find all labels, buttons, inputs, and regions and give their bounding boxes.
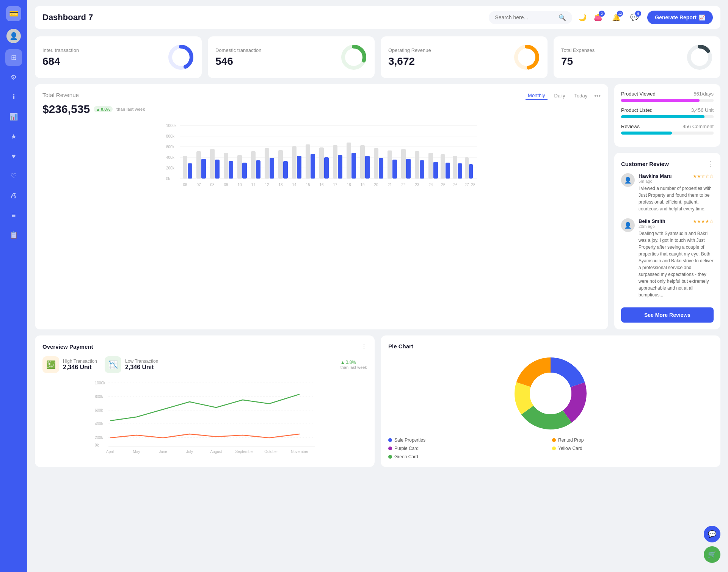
progress-bar-0 — [621, 99, 714, 102]
pie-content: Sale Properties Rented Prop Purple Card … — [388, 356, 713, 459]
pie-chart-svg — [513, 356, 588, 431]
svg-rect-60 — [453, 156, 457, 179]
svg-text:20: 20 — [374, 183, 378, 187]
svg-text:23: 23 — [415, 183, 419, 187]
svg-rect-40 — [319, 147, 324, 179]
reviews-more-icon[interactable]: ⋮ — [707, 160, 714, 168]
svg-rect-57 — [433, 162, 438, 179]
svg-text:June: June — [159, 450, 167, 454]
revenue-card: Total Revenue Monthly Daily Today ••• $2… — [35, 84, 608, 329]
stat-label-1: Domestic transaction — [215, 47, 261, 53]
legend-dot-4 — [388, 455, 392, 459]
chat-icon-btn[interactable]: 💬 5 — [628, 11, 641, 24]
pie-chart-card: Pie Chart — [381, 335, 720, 467]
svg-text:25: 25 — [441, 183, 446, 187]
svg-rect-28 — [237, 155, 242, 179]
svg-rect-21 — [188, 163, 192, 179]
sidebar-logo[interactable]: 💳 — [6, 6, 21, 21]
progress-fill-1 — [621, 115, 704, 118]
wallet-badge: 2 — [599, 11, 605, 17]
dark-mode-icon[interactable]: 🌙 — [578, 13, 587, 22]
stat-label-0: Inter. transaction — [42, 47, 79, 53]
tab-daily[interactable]: Daily — [552, 92, 568, 99]
tab-monthly[interactable]: Monthly — [526, 92, 548, 100]
tab-today[interactable]: Today — [572, 92, 590, 99]
reviews-title: Customer Review — [621, 161, 669, 167]
review-avatar-0: 👤 — [621, 173, 635, 187]
legend-dot-0 — [388, 438, 392, 442]
svg-rect-51 — [392, 160, 397, 179]
svg-rect-63 — [469, 164, 473, 179]
svg-rect-31 — [256, 160, 260, 179]
svg-text:28: 28 — [471, 183, 475, 187]
payment-stats: 💹 High Transaction 2,346 Unit 📉 Low Tran… — [42, 356, 367, 373]
bell-badge: 12 — [617, 11, 623, 17]
stat-row-reviews: Reviews 456 Comment — [621, 124, 714, 135]
avatar[interactable]: 👤 — [6, 29, 21, 43]
svg-text:600k: 600k — [95, 408, 104, 412]
see-more-reviews-button[interactable]: See More Reviews — [621, 307, 714, 323]
svg-text:18: 18 — [347, 183, 351, 187]
sidebar-item-menu[interactable]: ≡ — [5, 207, 22, 224]
svg-rect-32 — [265, 148, 269, 179]
payment-pct: ▲ 0.8% — [340, 360, 367, 365]
stat-card-domestic-transaction: Domestic transaction 546 — [208, 36, 375, 78]
svg-text:14: 14 — [292, 183, 297, 187]
content-grid: Total Revenue Monthly Daily Today ••• $2… — [35, 84, 720, 329]
sidebar-item-report[interactable]: 📋 — [5, 227, 22, 243]
svg-text:06: 06 — [183, 183, 187, 187]
sidebar-item-dashboard[interactable]: ⊞ — [5, 49, 22, 66]
donut-chart-1 — [340, 44, 367, 71]
search-icon: 🔍 — [559, 14, 566, 21]
low-transaction-box: 📉 Low Transaction 2,346 Unit — [105, 356, 158, 373]
search-input[interactable] — [495, 14, 555, 20]
stat-card-inter-transaction: Inter. transaction 684 — [35, 36, 202, 78]
progress-fill-0 — [621, 99, 700, 102]
legend-item-4: Green Card — [388, 454, 549, 459]
svg-text:21: 21 — [388, 183, 392, 187]
header-icons: 🌙 👛 2 🔔 12 💬 5 — [578, 11, 641, 24]
sidebar-item-heart2[interactable]: ♡ — [5, 168, 22, 184]
svg-text:13: 13 — [278, 183, 283, 187]
svg-rect-43 — [338, 155, 342, 179]
revenue-label: Total Revenue — [42, 92, 79, 98]
generate-report-button[interactable]: Generate Report 📈 — [647, 11, 713, 24]
bottom-grid: Overview Payment ⋮ 💹 High Transaction 2,… — [35, 335, 720, 467]
high-transaction-icon: 💹 — [42, 356, 59, 373]
stat-card-total-expenses: Total Expenses 75 — [554, 36, 720, 78]
svg-rect-47 — [365, 156, 370, 179]
svg-text:10: 10 — [237, 183, 242, 187]
sidebar-item-heart[interactable]: ♥ — [5, 148, 22, 165]
sidebar-item-analytics[interactable]: 📊 — [5, 108, 22, 125]
svg-rect-42 — [333, 145, 337, 179]
sidebar-item-print[interactable]: 🖨 — [5, 187, 22, 204]
svg-rect-41 — [324, 157, 329, 179]
svg-rect-20 — [183, 156, 187, 179]
svg-rect-50 — [388, 150, 392, 179]
search-box[interactable]: 🔍 — [489, 11, 572, 24]
wallet-icon-btn[interactable]: 👛 2 — [591, 11, 605, 24]
more-options-icon[interactable]: ••• — [594, 92, 601, 99]
donut-chart-0 — [168, 44, 194, 71]
sidebar-item-settings[interactable]: ⚙ — [5, 69, 22, 86]
svg-rect-26 — [224, 153, 228, 179]
sidebar-item-favorites[interactable]: ★ — [5, 128, 22, 145]
header: Dashboard 7 🔍 🌙 👛 2 🔔 12 💬 5 Generate Re… — [35, 6, 720, 29]
floating-cart-button[interactable]: 🛒 — [704, 546, 720, 563]
svg-text:26: 26 — [453, 183, 458, 187]
payment-more-icon[interactable]: ⋮ — [361, 343, 367, 350]
floating-support-button[interactable]: 💬 — [704, 526, 720, 542]
legend-dot-1 — [552, 438, 556, 442]
progress-fill-2 — [621, 132, 672, 135]
svg-rect-34 — [278, 150, 283, 179]
bar-chart-container: 1000k 800k 600k 400k 200k 0k — [42, 122, 601, 190]
svg-rect-27 — [229, 161, 233, 179]
sidebar-item-info[interactable]: ℹ — [5, 89, 22, 105]
bell-icon-btn[interactable]: 🔔 12 — [609, 11, 623, 24]
svg-rect-49 — [379, 158, 383, 179]
svg-rect-33 — [270, 158, 274, 179]
svg-text:November: November — [291, 450, 309, 454]
svg-rect-46 — [360, 145, 365, 179]
svg-rect-56 — [428, 153, 433, 179]
right-panel: Product Viewed 561/days Product Listed 3… — [614, 84, 720, 329]
